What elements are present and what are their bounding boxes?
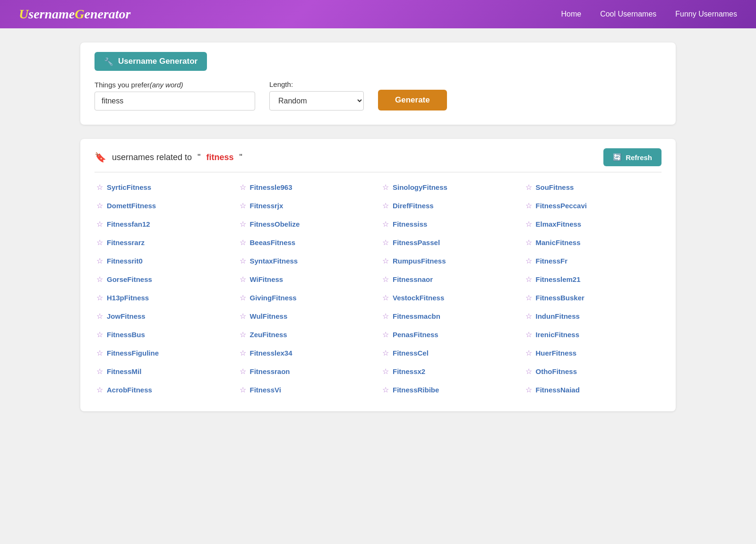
username-item[interactable]: ☆SyntaxFitness (238, 254, 376, 268)
username-link[interactable]: FitnessFr (536, 257, 568, 265)
username-link[interactable]: Fitnesslex34 (250, 349, 292, 357)
username-item[interactable]: ☆Fitnessrarz (94, 235, 233, 250)
username-item[interactable]: ☆Fitnessrit0 (94, 254, 233, 268)
username-item[interactable]: ☆FitnessRibibe (380, 382, 519, 397)
username-link[interactable]: FitnessCel (393, 349, 429, 357)
length-select[interactable]: Random Short Medium Long (269, 91, 364, 110)
username-link[interactable]: FitnessObelize (250, 220, 300, 228)
username-item[interactable]: ☆FitnessVi (238, 382, 376, 397)
username-link[interactable]: RumpusFitness (393, 257, 446, 265)
username-item[interactable]: ☆FitnessPassel (380, 235, 519, 250)
nav-funny-usernames[interactable]: Funny Usernames (675, 10, 737, 18)
generate-button[interactable]: Generate (378, 90, 447, 110)
username-link[interactable]: OthoFitness (536, 367, 577, 375)
username-item[interactable]: ☆IrenicFitness (524, 327, 662, 342)
username-link[interactable]: FitnessBus (107, 331, 145, 339)
username-link[interactable]: HuerFitness (536, 349, 577, 357)
username-link[interactable]: FitnessNaiad (536, 386, 580, 394)
username-link[interactable]: IndunFitness (536, 312, 580, 320)
username-link[interactable]: GorseFitness (107, 275, 152, 283)
username-link[interactable]: VestockFitness (393, 294, 444, 302)
username-link[interactable]: DomettFitness (107, 202, 156, 210)
username-link[interactable]: Fitnessle963 (250, 183, 292, 191)
username-link[interactable]: SinologyFitness (393, 183, 447, 191)
username-item[interactable]: ☆OthoFitness (524, 364, 662, 379)
username-link[interactable]: SouFitness (536, 183, 574, 191)
username-link[interactable]: Fitnessmacbn (393, 312, 440, 320)
username-link[interactable]: WiFitness (250, 275, 284, 283)
username-link[interactable]: Fitnessrjx (250, 202, 284, 210)
nav-cool-usernames[interactable]: Cool Usernames (600, 10, 656, 18)
username-item[interactable]: ☆IndunFitness (524, 309, 662, 323)
username-item[interactable]: ☆SinologyFitness (380, 180, 519, 195)
username-link[interactable]: GivingFitness (250, 294, 297, 302)
username-link[interactable]: FitnessVi (250, 386, 281, 394)
username-item[interactable]: ☆ZeuFitness (238, 327, 376, 342)
username-item[interactable]: ☆ManicFitness (524, 235, 662, 250)
username-link[interactable]: Fitnessrarz (107, 238, 145, 246)
username-link[interactable]: AcrobFitness (107, 386, 152, 394)
username-link[interactable]: IrenicFitness (536, 331, 580, 339)
username-link[interactable]: ElmaxFitness (536, 220, 582, 228)
username-link[interactable]: SyrticFitness (107, 183, 151, 191)
username-link[interactable]: ZeuFitness (250, 331, 287, 339)
username-link[interactable]: Fitnessnaor (393, 275, 433, 283)
username-item[interactable]: ☆Fitnessx2 (380, 364, 519, 379)
username-link[interactable]: FitnessPeccavi (536, 202, 587, 210)
username-item[interactable]: ☆Fitnesslex34 (238, 346, 376, 360)
username-link[interactable]: BeeasFitness (250, 238, 296, 246)
username-item[interactable]: ☆Fitnessfan12 (94, 217, 233, 231)
username-item[interactable]: ☆H13pFitness (94, 290, 233, 305)
username-item[interactable]: ☆FitnessBusker (524, 290, 662, 305)
username-link[interactable]: FitnessRibibe (393, 386, 439, 394)
username-item[interactable]: ☆Fitnessnaor (380, 272, 519, 287)
username-item[interactable]: ☆GivingFitness (238, 290, 376, 305)
username-item[interactable]: ☆ElmaxFitness (524, 217, 662, 231)
username-item[interactable]: ☆WiFitness (238, 272, 376, 287)
username-item[interactable]: ☆FitnessNaiad (524, 382, 662, 397)
refresh-button[interactable]: 🔄 Refresh (603, 148, 662, 166)
username-item[interactable]: ☆FitnessFiguline (94, 346, 233, 360)
username-item[interactable]: ☆SouFitness (524, 180, 662, 195)
username-link[interactable]: Fitnesslem21 (536, 275, 581, 283)
username-item[interactable]: ☆BeeasFitness (238, 235, 376, 250)
username-item[interactable]: ☆Fitnessle963 (238, 180, 376, 195)
username-item[interactable]: ☆PenasFitness (380, 327, 519, 342)
username-link[interactable]: FitnessFiguline (107, 349, 159, 357)
nav-home[interactable]: Home (561, 10, 581, 18)
username-link[interactable]: ManicFitness (536, 238, 581, 246)
username-item[interactable]: ☆DirefFitness (380, 198, 519, 213)
username-link[interactable]: PenasFitness (393, 331, 438, 339)
username-link[interactable]: FitnessMil (107, 367, 141, 375)
username-item[interactable]: ☆SyrticFitness (94, 180, 233, 195)
username-link[interactable]: Fitnessrit0 (107, 257, 143, 265)
username-item[interactable]: ☆JowFitness (94, 309, 233, 323)
username-item[interactable]: ☆Fitnessraon (238, 364, 376, 379)
username-item[interactable]: ☆HuerFitness (524, 346, 662, 360)
username-item[interactable]: ☆AcrobFitness (94, 382, 233, 397)
username-link[interactable]: FitnessPassel (393, 238, 440, 246)
username-link[interactable]: JowFitness (107, 312, 146, 320)
username-item[interactable]: ☆FitnessMil (94, 364, 233, 379)
username-item[interactable]: ☆Fitnessiss (380, 217, 519, 231)
username-item[interactable]: ☆FitnessFr (524, 254, 662, 268)
username-item[interactable]: ☆GorseFitness (94, 272, 233, 287)
username-link[interactable]: Fitnessiss (393, 220, 427, 228)
username-link[interactable]: H13pFitness (107, 294, 149, 302)
username-link[interactable]: WulFitness (250, 312, 288, 320)
username-item[interactable]: ☆FitnessPeccavi (524, 198, 662, 213)
username-item[interactable]: ☆VestockFitness (380, 290, 519, 305)
username-item[interactable]: ☆Fitnessrjx (238, 198, 376, 213)
username-link[interactable]: SyntaxFitness (250, 257, 298, 265)
keyword-input[interactable] (94, 92, 255, 110)
username-item[interactable]: ☆WulFitness (238, 309, 376, 323)
username-item[interactable]: ☆Fitnessmacbn (380, 309, 519, 323)
username-item[interactable]: ☆RumpusFitness (380, 254, 519, 268)
username-link[interactable]: Fitnessfan12 (107, 220, 150, 228)
username-link[interactable]: Fitnessraon (250, 367, 290, 375)
username-link[interactable]: DirefFitness (393, 202, 434, 210)
username-item[interactable]: ☆FitnessCel (380, 346, 519, 360)
username-item[interactable]: ☆Fitnesslem21 (524, 272, 662, 287)
username-item[interactable]: ☆FitnessObelize (238, 217, 376, 231)
username-link[interactable]: Fitnessx2 (393, 367, 425, 375)
